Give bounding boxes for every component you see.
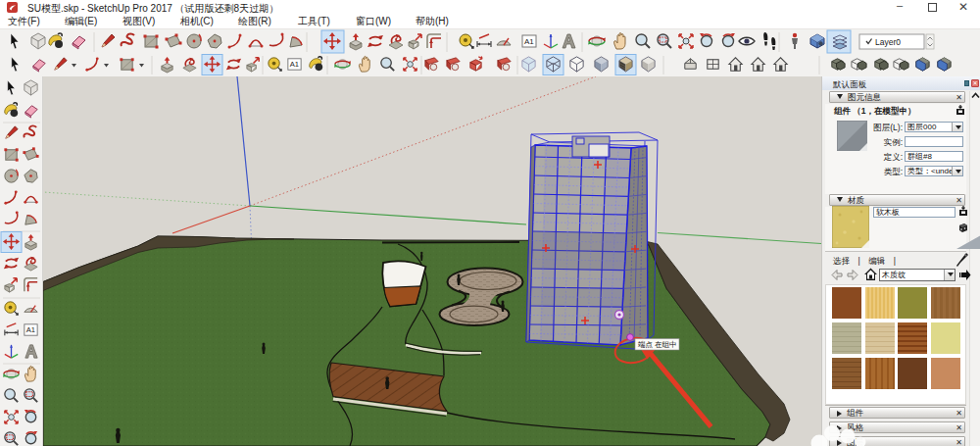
svg-text:端点 在组中: 端点 在组中 xyxy=(638,340,677,349)
svg-text:Layer0: Layer0 xyxy=(875,37,901,47)
